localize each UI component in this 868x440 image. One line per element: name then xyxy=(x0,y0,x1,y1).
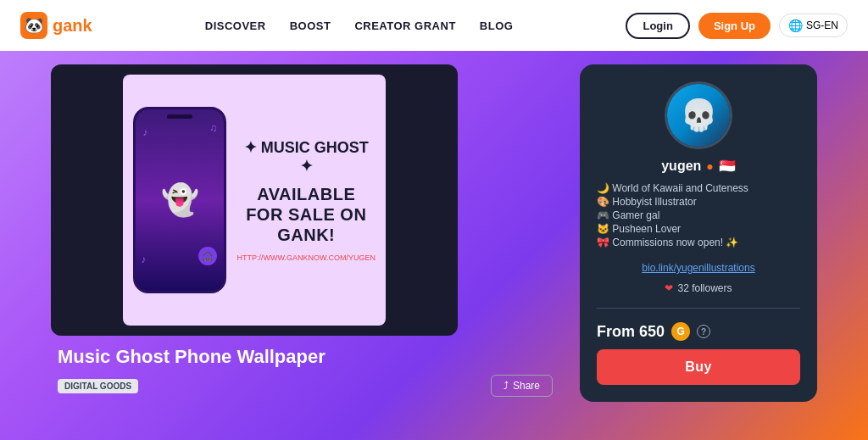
music-note-1: ♪ xyxy=(142,126,147,138)
main-content: ♪ ♫ 👻 🎧 ♪ ✦ MUSIC GHOST ✦ AVAILABLE FOR … xyxy=(0,51,868,440)
header: 🐼 gank DISCOVER BOOST CREATOR GRANT BLOG… xyxy=(0,0,868,51)
bio-line-4: 🐱 Pusheen Lover xyxy=(597,223,800,235)
nav-discover[interactable]: DISCOVER xyxy=(205,19,266,32)
main-nav: DISCOVER BOOST CREATOR GRANT BLOG xyxy=(120,19,599,32)
product-text-area: ✦ MUSIC GHOST ✦ AVAILABLE FOR SALE ON GA… xyxy=(237,75,387,326)
headphone-badge: 🎧 xyxy=(198,247,217,265)
globe-icon: 🌐 xyxy=(788,19,803,32)
seller-card: 💀 yugen ● 🇸🇬 🌙 World of Kawaii and Cuten… xyxy=(580,64,817,402)
price-row: From 650 G ? xyxy=(597,322,710,341)
share-label: Share xyxy=(513,380,540,392)
help-icon[interactable]: ? xyxy=(697,325,710,338)
product-image-wrapper: ♪ ♫ 👻 🎧 ♪ ✦ MUSIC GHOST ✦ AVAILABLE FOR … xyxy=(51,64,458,336)
seller-name: yugen xyxy=(661,159,701,174)
bio-line-2: 🎨 Hobbyist Illustrator xyxy=(597,196,800,208)
seller-bio-list: 🌙 World of Kawaii and Cuteness 🎨 Hobbyis… xyxy=(597,182,800,250)
language-label: SG-EN xyxy=(806,19,838,31)
language-button[interactable]: 🌐 SG-EN xyxy=(779,14,848,37)
product-info: Music Ghost Phone Wallpaper DIGITAL GOOD… xyxy=(51,346,559,397)
flag-icon: 🇸🇬 xyxy=(719,158,736,174)
product-image-title: ✦ MUSIC GHOST ✦ xyxy=(237,138,376,175)
product-image-url: HTTP://WWW.GANKNOW.COM/YUGEN xyxy=(237,253,376,262)
nav-blog[interactable]: BLOG xyxy=(480,19,514,32)
buy-button[interactable]: Buy xyxy=(597,349,800,385)
nav-boost[interactable]: BOOST xyxy=(290,19,331,32)
product-tag: DIGITAL GOODS xyxy=(58,379,138,393)
verified-icon: ● xyxy=(706,159,713,173)
avatar-wrapper: 💀 xyxy=(665,81,732,149)
coin-icon: G xyxy=(671,322,690,341)
phone-mockup: ♪ ♫ 👻 🎧 ♪ xyxy=(133,107,226,293)
product-title: Music Ghost Phone Wallpaper xyxy=(58,346,553,368)
nav-creator-grant[interactable]: CREATOR GRANT xyxy=(354,19,455,32)
seller-name-row: yugen ● 🇸🇬 xyxy=(661,158,736,174)
ghost-figure: 👻 xyxy=(161,182,199,218)
signup-button[interactable]: Sign Up xyxy=(698,13,771,39)
product-area: ♪ ♫ 👻 🎧 ♪ ✦ MUSIC GHOST ✦ AVAILABLE FOR … xyxy=(51,64,559,397)
phone-container: ♪ ♫ 👻 🎧 ♪ xyxy=(123,75,237,326)
seller-link[interactable]: bio.link/yugenillustrations xyxy=(642,262,754,274)
header-actions: Login Sign Up 🌐 SG-EN xyxy=(626,13,848,39)
heart-icon: ❤ xyxy=(665,282,673,294)
divider xyxy=(597,308,800,309)
share-button[interactable]: ⤴ Share xyxy=(491,375,553,397)
logo[interactable]: 🐼 gank xyxy=(20,12,92,39)
avatar: 💀 xyxy=(667,84,730,147)
share-icon: ⤴ xyxy=(504,380,509,392)
music-note-3: ♪ xyxy=(141,253,146,265)
login-button[interactable]: Login xyxy=(626,13,689,39)
bio-line-1: 🌙 World of Kawaii and Cuteness xyxy=(597,182,800,194)
logo-text: gank xyxy=(53,16,92,36)
music-note-2: ♫ xyxy=(209,122,217,134)
logo-icon: 🐼 xyxy=(20,12,47,39)
product-image-available: AVAILABLE FOR SALE ON GANK! xyxy=(237,184,376,245)
price-label: From 650 xyxy=(597,323,665,341)
bio-line-3: 🎮 Gamer gal xyxy=(597,209,800,221)
product-meta: DIGITAL GOODS ⤴ Share xyxy=(58,375,553,397)
followers-row: ❤ 32 followers xyxy=(665,282,732,294)
phone-notch xyxy=(167,114,192,119)
followers-count: 32 followers xyxy=(677,282,732,294)
phone-screen: ♪ ♫ 👻 🎧 ♪ xyxy=(136,109,224,291)
product-image: ♪ ♫ 👻 🎧 ♪ ✦ MUSIC GHOST ✦ AVAILABLE FOR … xyxy=(123,75,386,326)
bio-line-5: 🎀 Commissions now open! ✨ xyxy=(597,237,800,248)
